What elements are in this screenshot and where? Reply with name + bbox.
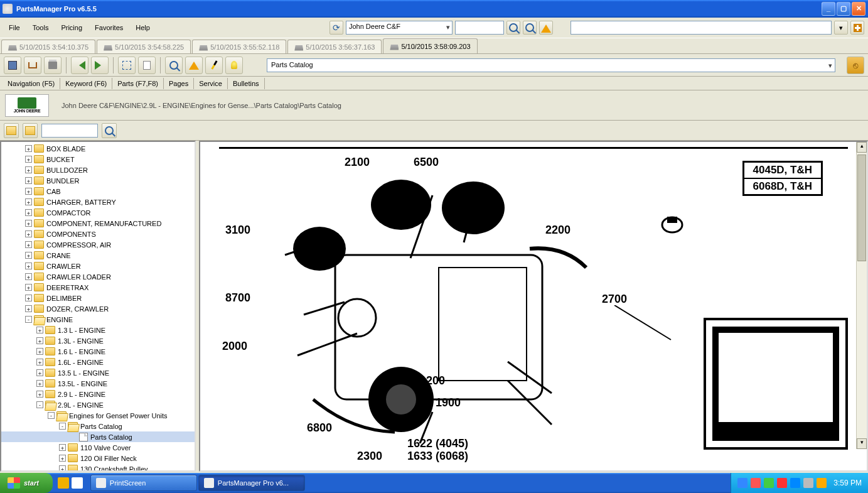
tree-expander[interactable]: + bbox=[25, 295, 32, 301]
menu-favorites[interactable]: Favorites bbox=[90, 22, 128, 33]
tree-expander[interactable]: - bbox=[25, 316, 32, 323]
tree-node[interactable]: +1.3L - ENGINE bbox=[1, 335, 195, 346]
tree-expander[interactable]: + bbox=[25, 230, 32, 237]
warning-icon[interactable] bbox=[539, 21, 553, 35]
tree-expander[interactable]: + bbox=[36, 348, 43, 355]
tree-panel[interactable]: +BOX BLADE+BUCKET+BULLDOZER+BUNDLER+CAB+… bbox=[0, 141, 196, 472]
menu-file[interactable]: File bbox=[4, 22, 25, 33]
parts-diagram[interactable]: 4045D, T&H 6068D, T&H bbox=[200, 142, 867, 460]
catalog-dropdown[interactable]: Parts Catalog bbox=[267, 58, 835, 72]
tree-node[interactable]: +DOZER, CRAWLER bbox=[1, 303, 195, 314]
start-button[interactable]: start bbox=[0, 473, 53, 493]
session-tab-2[interactable]: 5/10/2015 3:55:52.118 bbox=[192, 40, 286, 53]
brand-dropdown[interactable]: John Deere C&F bbox=[346, 21, 453, 35]
tree-node[interactable]: +1.6 L - ENGINE bbox=[1, 346, 195, 357]
tree-node[interactable]: -ENGINE bbox=[1, 314, 195, 325]
tray-icon[interactable] bbox=[737, 478, 747, 488]
tree-node[interactable]: Parts Catalog bbox=[1, 431, 195, 442]
tree-expander[interactable]: + bbox=[36, 359, 43, 366]
tree-node[interactable]: +BOX BLADE bbox=[1, 143, 195, 154]
tree-filter-input[interactable] bbox=[41, 124, 98, 138]
tree-node[interactable]: +1.3 L - ENGINE bbox=[1, 325, 195, 335]
tree-node[interactable]: +DELIMBER bbox=[1, 293, 195, 303]
tray-icon[interactable] bbox=[817, 478, 827, 488]
clock[interactable]: 3:59 PM bbox=[833, 479, 862, 487]
tree-expander[interactable]: + bbox=[25, 166, 32, 173]
minimize-button[interactable]: _ bbox=[822, 2, 835, 16]
tab-navigation[interactable]: Navigation (F5) bbox=[3, 78, 60, 89]
global-search-input[interactable] bbox=[571, 21, 832, 35]
tab-bulletins[interactable]: Bulletins bbox=[228, 78, 265, 89]
scroll-up-icon[interactable]: ▴ bbox=[857, 142, 867, 153]
tree-expander[interactable]: + bbox=[25, 284, 32, 291]
tree-node[interactable]: +CRAWLER bbox=[1, 261, 195, 271]
vertical-scrollbar[interactable]: ▴ ▾ bbox=[856, 142, 867, 449]
tree-expander[interactable]: + bbox=[25, 241, 32, 248]
session-tab-4[interactable]: 5/10/2015 3:58:09.203 bbox=[383, 38, 477, 53]
tree-node[interactable]: +CRANE bbox=[1, 250, 195, 261]
tree-expander[interactable]: + bbox=[25, 209, 32, 216]
tree-expander[interactable]: + bbox=[36, 391, 43, 398]
tree-expander[interactable]: + bbox=[36, 380, 43, 387]
tab-parts[interactable]: Parts (F7,F8) bbox=[112, 78, 164, 89]
tree-search-button[interactable] bbox=[102, 123, 117, 138]
tray-icon[interactable] bbox=[751, 478, 761, 488]
tree-node[interactable]: +130 Crankshaft Pulley bbox=[1, 463, 195, 472]
folder-home-button[interactable] bbox=[23, 123, 38, 138]
tree-expander[interactable]: + bbox=[25, 188, 32, 195]
tree-expander[interactable]: + bbox=[25, 263, 32, 269]
tree-expander[interactable]: + bbox=[25, 273, 32, 280]
session-tab-3[interactable]: 5/10/2015 3:56:37.163 bbox=[287, 40, 382, 53]
tree-node[interactable]: +BUCKET bbox=[1, 154, 195, 165]
tree-node[interactable]: +CHARGER, BATTERY bbox=[1, 197, 195, 207]
tree-node[interactable]: +COMPONENTS bbox=[1, 229, 195, 239]
cart-button[interactable] bbox=[24, 57, 41, 74]
menu-pricing[interactable]: Pricing bbox=[56, 22, 87, 33]
tray-network-icon[interactable] bbox=[764, 478, 774, 488]
tray-wifi-icon[interactable] bbox=[803, 478, 813, 488]
tree-expander[interactable]: + bbox=[36, 337, 43, 344]
bulb-button[interactable] bbox=[225, 57, 243, 74]
refresh-icon[interactable]: ⟳ bbox=[330, 21, 343, 35]
alert-button[interactable] bbox=[185, 57, 203, 74]
session-tab-0[interactable]: 5/10/2015 3:54:10.375 bbox=[1, 40, 95, 53]
tree-node[interactable]: +2.9 L - ENGINE bbox=[1, 389, 195, 399]
save-button[interactable] bbox=[4, 57, 21, 74]
tree-expander[interactable]: + bbox=[25, 156, 32, 163]
tree-node[interactable]: +1.6L - ENGINE bbox=[1, 357, 195, 367]
quick-launch-icon[interactable] bbox=[58, 477, 69, 489]
tree-expander[interactable]: + bbox=[25, 177, 32, 184]
scroll-down-icon[interactable]: ▾ bbox=[857, 438, 867, 449]
menu-help[interactable]: Help bbox=[131, 22, 155, 33]
tree-expander[interactable]: + bbox=[25, 198, 32, 205]
tree-node[interactable]: +CAB bbox=[1, 186, 195, 197]
search-advanced-icon[interactable] bbox=[523, 21, 537, 35]
maximize-button[interactable]: ▢ bbox=[837, 2, 850, 16]
tree-node[interactable]: +110 Valve Cover bbox=[1, 442, 195, 453]
part-number-input[interactable] bbox=[455, 21, 504, 35]
tab-service[interactable]: Service bbox=[194, 78, 228, 89]
tree-node[interactable]: -2.9L - ENGINE bbox=[1, 399, 195, 410]
document-button[interactable] bbox=[138, 57, 156, 74]
session-tab-1[interactable]: 5/10/2015 3:54:58.225 bbox=[97, 40, 191, 53]
search-dropdown-icon[interactable]: ▾ bbox=[834, 21, 848, 35]
tree-node[interactable]: -Engines for Genset Power Units bbox=[1, 410, 195, 421]
tray-volume-icon[interactable] bbox=[777, 478, 787, 488]
close-button[interactable]: ✕ bbox=[852, 2, 865, 16]
search-parts-icon[interactable] bbox=[506, 21, 520, 35]
tree-node[interactable]: +CRAWLER LOADER bbox=[1, 271, 195, 282]
print-button[interactable] bbox=[44, 57, 62, 74]
forward-button[interactable] bbox=[91, 57, 109, 74]
tree-node[interactable]: +DEERETRAX bbox=[1, 282, 195, 293]
tree-expander[interactable]: - bbox=[48, 412, 55, 419]
back-button[interactable] bbox=[71, 57, 88, 74]
tree-expander[interactable]: + bbox=[36, 327, 43, 333]
tree-expander[interactable]: + bbox=[59, 444, 66, 451]
tree-node[interactable]: +13.5 L - ENGINE bbox=[1, 367, 195, 378]
tree-expander[interactable]: + bbox=[59, 455, 66, 462]
tray-bluetooth-icon[interactable] bbox=[790, 478, 800, 488]
tree-expander[interactable]: - bbox=[36, 401, 43, 408]
tree-expander[interactable]: + bbox=[25, 252, 32, 259]
quick-launch-icon[interactable] bbox=[72, 477, 83, 489]
tree-node[interactable]: +120 Oil Filler Neck bbox=[1, 453, 195, 463]
